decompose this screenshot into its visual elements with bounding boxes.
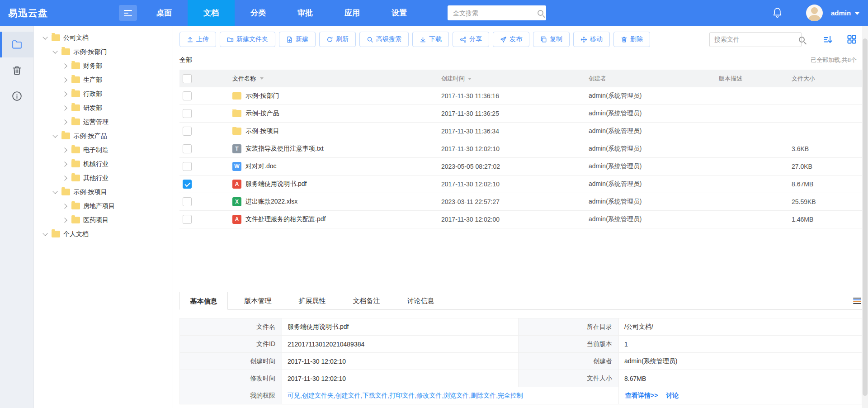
table-row-selected[interactable]: 服务端使用说明书.pdf 2017-11-30 12:02:10 admin(系… (179, 176, 862, 193)
table-row[interactable]: 示例-按部门 2017-11-30 11:36:16 admin(系统管理员) (179, 87, 862, 105)
tree-item-admin-dept[interactable]: 行政部 (34, 87, 173, 101)
nav-item-approval[interactable]: 审批 (282, 0, 329, 26)
delete-button[interactable]: 删除 (613, 32, 650, 47)
caret-down-icon[interactable] (854, 12, 860, 15)
sidebar-item-documents[interactable] (0, 32, 33, 57)
file-name[interactable]: 示例-按产品 (245, 109, 279, 118)
vertical-scrollbar[interactable] (862, 26, 868, 408)
chevron-right-icon[interactable] (63, 119, 68, 124)
tree-item-finance[interactable]: 财务部 (34, 59, 173, 73)
chevron-right-icon[interactable] (63, 147, 68, 152)
view-details-link[interactable]: 查看详情>> (625, 392, 658, 400)
tab-document-notes[interactable]: 文档备注 (342, 292, 391, 309)
file-name[interactable]: 服务端使用说明书.pdf (245, 180, 307, 188)
file-name[interactable]: 示例-按部门 (245, 92, 279, 100)
new-file-button[interactable]: 新建 (279, 32, 316, 47)
file-search-input[interactable] (710, 36, 799, 43)
avatar[interactable] (806, 5, 823, 21)
global-search-input[interactable] (448, 9, 538, 17)
chevron-down-icon[interactable] (53, 49, 58, 54)
table-row[interactable]: 示例-按产品 2017-11-30 11:36:25 admin(系统管理员) (179, 105, 862, 123)
tab-basic-info[interactable]: 基本信息 (179, 292, 228, 310)
row-checkbox[interactable] (183, 162, 192, 171)
file-name[interactable]: 对对对.doc (245, 162, 276, 171)
chevron-down-icon[interactable] (43, 35, 48, 40)
sidebar-item-info[interactable] (0, 83, 33, 109)
tree-item-rnd[interactable]: 研发部 (34, 101, 173, 115)
chevron-right-icon[interactable] (63, 218, 68, 223)
tree-item-operations[interactable]: 运营管理 (34, 115, 173, 129)
upload-button[interactable]: 上传 (179, 32, 216, 47)
chevron-right-icon[interactable] (63, 161, 68, 166)
bell-icon[interactable] (771, 7, 783, 19)
tree-item-company-docs[interactable]: 公司文档 (34, 31, 173, 45)
nav-item-settings[interactable]: 设置 (376, 0, 423, 26)
column-header-version[interactable]: 版本描述 (719, 75, 792, 83)
discuss-link[interactable]: 讨论 (666, 392, 679, 400)
row-checkbox[interactable] (183, 109, 192, 118)
sort-list-icon[interactable] (823, 34, 833, 44)
row-checkbox[interactable] (183, 197, 192, 206)
nav-item-desktop[interactable]: 桌面 (141, 0, 188, 26)
file-name[interactable]: 进出账款2022.xlsx (245, 198, 297, 206)
table-row[interactable]: 对对对.doc 2023-05-05 08:27:02 admin(系统管理员)… (179, 158, 862, 176)
column-header-created[interactable]: 创建时间 (441, 75, 465, 82)
tree-item-machinery[interactable]: 机械行业 (34, 157, 173, 171)
nav-item-documents[interactable]: 文档 (188, 0, 235, 26)
username[interactable]: admin (831, 0, 851, 26)
tab-extended-attributes[interactable]: 扩展属性 (288, 292, 336, 309)
row-checkbox[interactable] (183, 91, 192, 100)
table-row[interactable]: 文件处理服务的相关配置.pdf 2017-11-30 12:02:00 admi… (179, 211, 862, 228)
chevron-right-icon[interactable] (63, 105, 68, 110)
tree-item-pharma[interactable]: 医药项目 (34, 213, 173, 227)
column-header-creator[interactable]: 创建者 (589, 75, 719, 83)
download-button[interactable]: 下载 (412, 32, 449, 47)
search-icon[interactable] (538, 10, 543, 16)
menu-collapse-icon[interactable] (119, 5, 137, 21)
tree-item-electronics[interactable]: 电子制造 (34, 143, 173, 157)
chevron-down-icon[interactable] (43, 232, 48, 237)
row-checkbox[interactable] (183, 215, 192, 224)
new-folder-button[interactable]: 新建文件夹 (220, 32, 275, 47)
chevron-right-icon[interactable] (63, 176, 68, 180)
nav-item-apps[interactable]: 应用 (329, 0, 376, 26)
tree-item-realestate[interactable]: 房地产项目 (34, 199, 173, 213)
chevron-right-icon[interactable] (63, 91, 68, 96)
chevron-down-icon[interactable] (53, 133, 58, 138)
table-row[interactable]: 进出账款2022.xlsx 2023-03-11 22:57:27 admin(… (179, 193, 862, 211)
tree-item-by-project[interactable]: 示例-按项目 (34, 185, 173, 199)
publish-button[interactable]: 发布 (493, 32, 529, 47)
column-header-size[interactable]: 文件大小 (792, 75, 862, 83)
grid-view-icon[interactable] (847, 34, 857, 44)
refresh-button[interactable]: 刷新 (319, 32, 356, 47)
select-all-checkbox[interactable] (183, 74, 192, 83)
row-checkbox[interactable] (183, 144, 192, 153)
field-value-permissions[interactable]: 可见,创建文件夹,创建文件,下载文件,打印文件,修改文件,浏览文件,删除文件,完… (282, 387, 619, 404)
file-name[interactable]: 示例-按项目 (245, 127, 279, 135)
sort-caret-icon[interactable] (260, 77, 264, 80)
tab-version-management[interactable]: 版本管理 (234, 292, 282, 309)
detail-menu-icon[interactable] (853, 297, 861, 305)
scrollbar-thumb[interactable] (863, 38, 868, 396)
tree-item-by-product[interactable]: 示例-按产品 (34, 129, 173, 143)
search-icon[interactable] (799, 37, 805, 43)
sidebar-item-recycle-bin[interactable] (0, 57, 33, 83)
tree-item-other-industry[interactable]: 其他行业 (34, 171, 173, 185)
chevron-right-icon[interactable] (63, 77, 68, 82)
move-button[interactable]: 移动 (573, 32, 610, 47)
file-name[interactable]: 文件处理服务的相关配置.pdf (245, 215, 326, 223)
nav-item-categories[interactable]: 分类 (235, 0, 282, 26)
chevron-right-icon[interactable] (63, 63, 68, 68)
row-checkbox[interactable] (183, 127, 192, 136)
tree-item-personal-docs[interactable]: 个人文档 (34, 227, 173, 241)
tree-item-production[interactable]: 生产部 (34, 73, 173, 87)
share-button[interactable]: 分享 (453, 32, 489, 47)
advanced-search-button[interactable]: 高级搜索 (359, 32, 409, 47)
file-name[interactable]: 安装指导及使用注意事项.txt (245, 145, 324, 153)
copy-button[interactable]: 复制 (533, 32, 570, 47)
tab-discussion[interactable]: 讨论信息 (396, 292, 445, 309)
tree-item-by-department[interactable]: 示例-按部门 (34, 45, 173, 59)
sort-caret-icon[interactable] (468, 78, 472, 80)
row-checkbox[interactable] (183, 180, 192, 189)
breadcrumb[interactable]: 全部 (179, 56, 192, 64)
